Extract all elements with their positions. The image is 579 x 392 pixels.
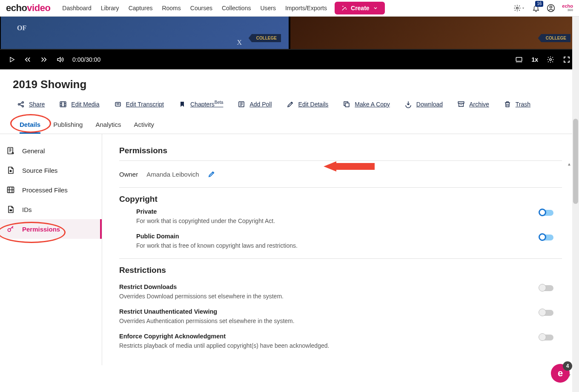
nav-collections[interactable]: Collections (222, 5, 251, 11)
tab-activity[interactable]: Activity (134, 117, 154, 134)
nav-dashboard[interactable]: Dashboard (62, 5, 92, 11)
rewind-icon (24, 56, 32, 63)
sidebar-ids-label: IDs (22, 206, 32, 213)
key-icon (6, 224, 15, 234)
restrict-unauth-title: Restrict Unauthenticated Viewing (119, 308, 540, 315)
public-desc: For work that is free of known copyright… (136, 242, 540, 249)
svg-rect-13 (458, 102, 464, 103)
account-button[interactable] (547, 4, 555, 12)
transcript-icon: 99 (114, 100, 122, 108)
settings-menu[interactable] (513, 4, 525, 12)
forward-button[interactable] (40, 56, 48, 63)
restrict-unauth-desc: Overrides Authentication permissions set… (119, 318, 540, 324)
sidebar-item-permissions[interactable]: Permissions (0, 219, 102, 239)
action-edit-transcript-label: Edit Transcript (126, 101, 164, 108)
action-download[interactable]: Download (404, 100, 443, 108)
rewind-button[interactable] (24, 56, 32, 63)
volume-button[interactable] (56, 56, 64, 63)
brand-logo[interactable]: echovideo (6, 3, 50, 14)
nav-library[interactable]: Library (101, 5, 119, 11)
restrict-unauth-toggle[interactable] (540, 310, 553, 316)
nav-rooms[interactable]: Rooms (162, 5, 181, 11)
copy-icon (343, 100, 350, 108)
owner-label: Owner (119, 171, 138, 178)
restrict-downloads-desc: Overrides Download permissions set elsew… (119, 293, 540, 300)
share-icon (17, 100, 25, 108)
topnav-right: 16 echo 360 (513, 4, 573, 12)
layout-icon (515, 56, 523, 63)
main-scrollbar[interactable] (572, 17, 579, 365)
video-settings-button[interactable] (547, 56, 554, 63)
enforce-copyright-toggle[interactable] (540, 335, 553, 340)
sidebar-general-label: General (22, 147, 45, 155)
edit-owner-button[interactable] (208, 170, 215, 178)
action-add-poll-label: Add Poll (249, 101, 272, 108)
scroll-up-icon[interactable]: ▲ (567, 162, 571, 168)
video-preview-area: OF X COLLEGE COLLEGE (0, 17, 579, 49)
chapters-beta-label: Beta (215, 100, 224, 105)
action-archive-label: Archive (469, 101, 489, 108)
sidebar-processed-label: Processed Files (22, 186, 68, 194)
action-bar: Share Edit Media 99 Edit Transcript Chap… (13, 100, 566, 113)
inner-scrollbar[interactable]: ▲ ▼ (566, 162, 572, 365)
main-pane: Permissions Owner Amanda Leibovich Copyr… (102, 134, 579, 365)
volume-icon (56, 56, 64, 63)
speed-button[interactable]: 1x (531, 56, 538, 63)
action-chapters[interactable]: ChaptersBeta (178, 100, 223, 108)
create-button-label: Create (351, 5, 370, 11)
download-icon (404, 100, 412, 108)
tab-analytics[interactable]: Analytics (95, 117, 121, 134)
action-edit-details[interactable]: Edit Details (287, 100, 329, 108)
layout-button[interactable] (515, 56, 523, 63)
action-trash[interactable]: Trash (504, 100, 530, 108)
owner-row: Owner Amanda Leibovich (119, 166, 562, 182)
gear-icon (513, 4, 521, 12)
sidebar-item-processed-files[interactable]: Processed Files (0, 180, 102, 200)
tab-publishing[interactable]: Publishing (53, 117, 83, 134)
action-add-poll[interactable]: Add Poll (238, 100, 272, 108)
nav-imports[interactable]: Imports/Exports (285, 5, 327, 11)
create-button[interactable]: Create (335, 2, 385, 14)
restrict-downloads-row: Restrict Downloads Overrides Download pe… (119, 279, 562, 304)
public-toggle[interactable] (540, 235, 553, 240)
sidebar-item-ids[interactable]: IDs (0, 200, 102, 219)
restrict-downloads-toggle[interactable] (540, 285, 553, 291)
sidebar-item-source-files[interactable]: Source Files (0, 160, 102, 180)
action-edit-transcript[interactable]: 99 Edit Transcript (114, 100, 164, 108)
media-title: 2019 Showing (13, 78, 566, 91)
action-share[interactable]: Share (17, 100, 45, 108)
brand-part1: echo (6, 3, 27, 13)
action-share-label: Share (29, 101, 45, 108)
fullscreen-button[interactable] (563, 56, 570, 63)
nav-users[interactable]: Users (260, 5, 276, 11)
nav-captures[interactable]: Captures (129, 5, 153, 11)
notification-badge: 16 (535, 1, 543, 7)
nav-links: Dashboard Library Captures Rooms Courses… (62, 5, 327, 11)
notifications-button[interactable]: 16 (532, 4, 540, 12)
action-archive[interactable]: Archive (457, 100, 489, 108)
thumb-x-text: X (237, 39, 242, 46)
echo360-bottom: 360 (562, 8, 573, 12)
action-make-copy-label: Make A Copy (355, 101, 390, 108)
action-edit-media-label: Edit Media (71, 101, 99, 108)
chevron-down-icon (373, 6, 378, 11)
main-scroll-thumb[interactable] (573, 119, 578, 204)
time-display: 0:00/30:00 (72, 56, 100, 63)
video-controls: 0:00/30:00 1x (0, 49, 579, 69)
play-icon (9, 56, 15, 63)
restrictions-heading: Restrictions (119, 266, 562, 275)
play-button[interactable] (9, 56, 15, 63)
nav-courses[interactable]: Courses (190, 5, 212, 11)
echo360-logo[interactable]: echo 360 (562, 4, 573, 12)
action-chapters-label: Chapters (190, 101, 215, 108)
pencil-icon (287, 100, 294, 108)
enforce-copyright-title: Enforce Copyright Acknowledgment (119, 333, 540, 340)
tab-details[interactable]: Details (20, 117, 40, 134)
action-make-copy[interactable]: Make A Copy (343, 100, 390, 108)
svg-point-2 (550, 6, 552, 8)
sidebar-item-general[interactable]: i General (0, 141, 102, 160)
action-edit-media[interactable]: Edit Media (59, 100, 99, 108)
permissions-heading: Permissions (119, 146, 562, 155)
private-toggle[interactable] (540, 210, 553, 216)
restrict-downloads-title: Restrict Downloads (119, 283, 540, 290)
